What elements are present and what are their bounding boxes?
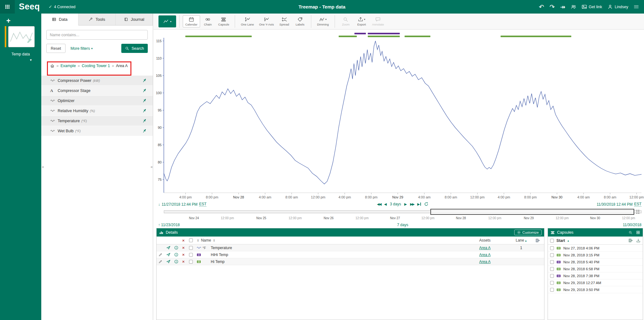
select-all-checkbox[interactable]: [550, 239, 554, 243]
asset-list-item-temperature[interactable]: Temperature(°F): [41, 116, 153, 126]
add-column-icon[interactable]: [629, 238, 633, 243]
row-checkbox[interactable]: [189, 260, 193, 264]
apps-grid-button[interactable]: [0, 0, 15, 14]
info-icon[interactable]: [174, 253, 178, 257]
capsule-indicator-bar[interactable]: [354, 33, 366, 34]
capsule-row[interactable]: Nov 29, 2018 12:27 AM: [548, 279, 643, 286]
capsule-indicator-bar[interactable]: [501, 36, 571, 37]
send-to-trend-icon[interactable]: [166, 246, 171, 250]
investigate-range-end[interactable]: 11/30/2018: [623, 223, 641, 227]
range-duration-label[interactable]: 3 days: [390, 202, 401, 206]
more-filters-link[interactable]: More filters ▾: [71, 46, 93, 51]
toolbar-button-dimming[interactable]: ▾Dimming: [314, 15, 331, 27]
row-checkbox[interactable]: [550, 253, 554, 257]
customize-button[interactable]: Customize: [514, 230, 542, 235]
search-input[interactable]: [46, 30, 148, 40]
row-checkbox[interactable]: [550, 281, 554, 285]
remove-icon[interactable]: ×: [180, 245, 187, 250]
step-back-half-button[interactable]: ◀: [384, 203, 387, 206]
breadcrumb-cooling-tower-1[interactable]: Cooling Tower 1: [82, 64, 110, 68]
search-icon[interactable]: [629, 231, 633, 234]
remove-icon[interactable]: ×: [180, 259, 187, 264]
sort-icon[interactable]: ▲▼: [197, 239, 199, 242]
capsule-indicator-bar[interactable]: [185, 36, 252, 37]
grid-icon[interactable]: [636, 231, 640, 234]
asset-link[interactable]: Area A: [479, 246, 491, 250]
tab-data[interactable]: Data: [41, 14, 78, 26]
pin-icon[interactable]: [142, 98, 147, 103]
trend-chart[interactable]: 75808590951001051101154:00 pm8:00 pmNov …: [153, 30, 644, 202]
asset-link[interactable]: Area A: [479, 253, 491, 257]
asset-list-item-compressor-power[interactable]: Compressor Power(kW): [41, 76, 153, 86]
row-checkbox[interactable]: [550, 246, 554, 250]
edit-pencil-icon[interactable]: [158, 253, 163, 257]
capsule-row[interactable]: Nov 28, 2018 6:58 PM: [548, 266, 643, 272]
send-to-trend-icon[interactable]: [166, 253, 171, 257]
hamburger-menu-icon[interactable]: [634, 4, 639, 9]
tab-tools[interactable]: Tools: [78, 14, 116, 25]
toolbar-button-capsule[interactable]: Capsule: [216, 15, 232, 27]
undo-icon[interactable]: ↶: [539, 4, 544, 10]
info-icon[interactable]: [174, 260, 178, 264]
timezone-label[interactable]: EST: [634, 202, 641, 207]
row-checkbox[interactable]: [550, 288, 554, 292]
info-icon[interactable]: [174, 246, 178, 250]
get-link-button[interactable]: Get link: [582, 4, 602, 9]
view-selector-trend-button[interactable]: ▾: [158, 15, 176, 27]
remove-icon[interactable]: ×: [180, 252, 187, 257]
range-start-arrow-icon[interactable]: ↑: [158, 223, 160, 227]
display-range-selector[interactable]: [430, 209, 634, 215]
row-checkbox[interactable]: [550, 267, 554, 271]
asset-link[interactable]: Area A: [479, 260, 491, 264]
add-worksheet-button[interactable]: +: [6, 17, 10, 25]
user-menu[interactable]: Lindsey: [607, 4, 628, 9]
step-forward-half-button[interactable]: ▶: [404, 203, 407, 206]
asset-list-item-wet-bulb[interactable]: Wet Bulb(°F): [41, 126, 153, 136]
capsule-indicator-bar[interactable]: [368, 36, 400, 37]
edit-pencil-icon[interactable]: [158, 260, 163, 264]
capsule-row[interactable]: Nov 27, 2018 4:06 PM: [548, 245, 643, 252]
investigate-range-duration[interactable]: 7 days: [164, 223, 641, 227]
worksheet-thumbnail[interactable]: [8, 26, 35, 47]
column-header-name[interactable]: Name: [201, 238, 211, 243]
home-icon[interactable]: [50, 64, 55, 68]
capsule-row[interactable]: Nov 29, 2018 3:50 PM: [548, 286, 643, 293]
toolbar-button-annotate[interactable]: Annotate: [370, 15, 387, 27]
send-to-trend-icon[interactable]: [166, 260, 171, 264]
row-checkbox[interactable]: [189, 246, 193, 250]
pin-icon[interactable]: [142, 129, 147, 133]
fast-forward-icon[interactable]: ↠: [560, 4, 566, 10]
column-header-start[interactable]: Start: [556, 238, 565, 243]
asset-list-item-relative-humidity[interactable]: Relative Humidity(%): [41, 106, 153, 116]
reset-button[interactable]: Reset: [46, 44, 66, 53]
pin-icon[interactable]: [142, 78, 147, 83]
capsule-indicator-bar[interactable]: [368, 33, 400, 34]
toolbar-button-calendar[interactable]: Calendar: [183, 15, 200, 27]
toolbar-button-chain[interactable]: Chain: [200, 15, 216, 27]
pin-icon[interactable]: [142, 108, 147, 113]
capsule-indicator-bar[interactable]: [339, 36, 357, 37]
details-row-hihi-temp[interactable]: ×HiHi TempArea A: [157, 251, 544, 258]
details-row-hi-temp[interactable]: ×Hi TempArea A: [157, 258, 544, 265]
toolbar-button-zoom[interactable]: Zoom: [338, 15, 354, 27]
details-row-temperature[interactable]: ×°FTemperatureArea A1: [157, 244, 544, 251]
capsule-row[interactable]: Nov 28, 2018 5:40 PM: [548, 259, 643, 266]
display-range-end[interactable]: 11/30/2018 12:44 PM: [597, 202, 633, 207]
collapse-worksheet-panel-button[interactable]: «: [42, 165, 44, 169]
export-tray-icon[interactable]: [636, 238, 641, 243]
worksheet-menu-chevron-down-icon[interactable]: ▾: [30, 58, 32, 62]
users-icon[interactable]: [571, 4, 576, 9]
connection-status[interactable]: ✓ 4 Connected: [49, 4, 76, 9]
tab-journal[interactable]: Journal: [116, 14, 153, 25]
toolbar-button-spread[interactable]: Spread: [276, 15, 292, 27]
column-header-assets[interactable]: Assets: [479, 238, 511, 243]
toolbar-button-export[interactable]: ▾Export: [354, 15, 370, 27]
select-all-checkbox[interactable]: [189, 238, 193, 242]
capsule-row[interactable]: Nov 28, 2018 7:38 PM: [548, 272, 643, 279]
pin-icon[interactable]: [142, 88, 147, 93]
toolbar-button-labels[interactable]: Labels: [292, 15, 308, 27]
toolbar-button-one-y-axis[interactable]: One Y-Axis: [256, 15, 276, 27]
step-back-full-button[interactable]: ◀◀: [377, 203, 381, 206]
column-header-lane[interactable]: Lane ▴: [511, 238, 532, 243]
step-forward-full-button[interactable]: ▶▶: [410, 203, 414, 206]
